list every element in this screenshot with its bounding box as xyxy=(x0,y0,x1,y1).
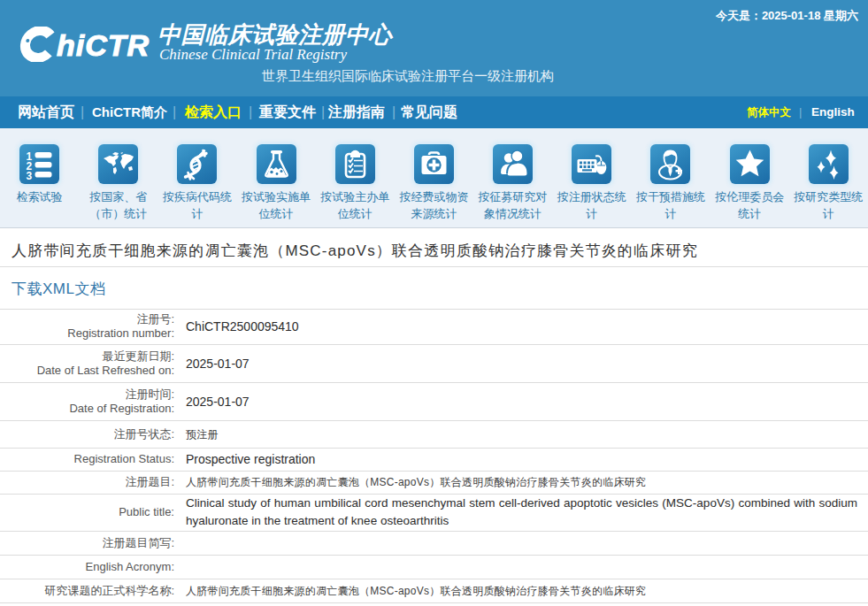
svg-text:3: 3 xyxy=(27,170,33,182)
